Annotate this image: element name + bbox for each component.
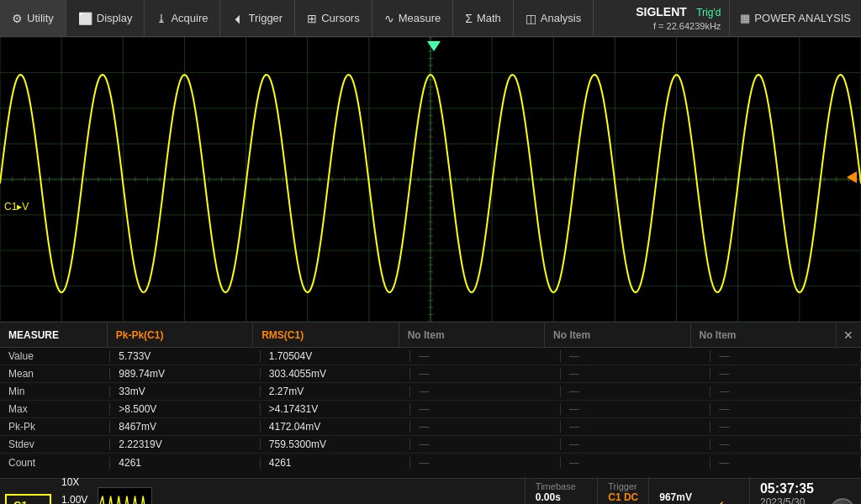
measure-header: MEASURE Pk-Pk(C1) RMS(C1) No Item No Ite… <box>0 323 861 348</box>
row-val1: 33mV <box>110 386 261 397</box>
measure-col5-header[interactable]: No Item <box>691 323 837 347</box>
row-label: Value <box>0 350 110 362</box>
menu-acquire[interactable]: ⤓ Acquire <box>145 0 220 36</box>
acquire-icon: ⤓ <box>156 12 166 25</box>
measure-row: Max >8.500V >4.17431V — — — <box>0 401 861 418</box>
row-label: Mean <box>0 368 110 380</box>
clock-section: 05:37:35 2023/5/30 <box>749 477 824 504</box>
row-val3: — <box>410 350 561 362</box>
row-val2: >4.17431V <box>261 403 411 415</box>
ch1-indicator: C1 AC1M <box>5 494 51 505</box>
trigger-marker <box>427 41 441 51</box>
row-val1: 2.22319V <box>110 438 261 450</box>
menu-math[interactable]: Σ Math <box>453 0 514 36</box>
menu-utility[interactable]: ⚙ Utility <box>0 0 66 36</box>
menu-analysis[interactable]: ◫ Analysis <box>514 0 594 36</box>
measure-row: Count 4261 4261 — — — <box>0 454 861 471</box>
power-analysis-button[interactable]: ▦ POWER ANALYSIS <box>729 0 861 36</box>
analysis-icon: ◫ <box>526 12 536 25</box>
measure-row: Stdev 2.22319V 759.5300mV — — — <box>0 436 861 454</box>
brand-logo: SIGLENT <box>636 5 687 18</box>
row-val4: — <box>561 386 711 397</box>
row-val4: — <box>561 368 711 380</box>
row-val2: 4261 <box>261 457 411 469</box>
row-val2: 4172.04mV <box>261 421 411 433</box>
math-icon: Σ <box>465 12 473 25</box>
row-val4: — <box>561 403 711 415</box>
row-val5: — <box>710 457 861 469</box>
measure-panel: MEASURE Pk-Pk(C1) RMS(C1) No Item No Ite… <box>0 323 861 478</box>
row-val2: 1.70504V <box>261 350 411 362</box>
measure-row: Mean 989.74mV 303.4055mV — — — <box>0 365 861 383</box>
row-val4: — <box>561 421 711 433</box>
measure-icon: ∿ <box>384 12 394 25</box>
row-val3: — <box>410 368 561 380</box>
row-val1: >8.500V <box>110 403 261 415</box>
measure-row: Value 5.733V 1.70504V — — — <box>0 348 861 365</box>
status-bar: C1 AC1M 10X 1.00V FULL 0.00V Timebase 0.… <box>0 478 861 504</box>
row-val5: — <box>710 421 861 433</box>
row-val5: — <box>710 438 861 450</box>
row-val5: — <box>710 403 861 415</box>
row-val4: — <box>561 350 711 362</box>
row-label: Min <box>0 386 110 397</box>
timebase-block: Timebase 0.00s 10.0ms/div 2.00Mpts 20.0M… <box>525 477 597 504</box>
measure-label: MEASURE <box>0 323 108 347</box>
row-val3: — <box>410 403 561 415</box>
row-val1: 989.74mV <box>110 368 261 380</box>
menu-bar: ⚙ Utility ⬜ Display ⤓ Acquire ⏴ Trigger … <box>0 0 861 37</box>
row-label: Max <box>0 403 110 415</box>
row-val3: — <box>410 386 561 397</box>
menu-measure[interactable]: ∿ Measure <box>372 0 454 36</box>
cursors-icon: ⊞ <box>307 12 317 25</box>
power-icon: ▦ <box>740 12 750 24</box>
row-label: Pk-Pk <box>0 421 110 433</box>
row-val2: 2.27mV <box>261 386 411 397</box>
row-val3: — <box>410 438 561 450</box>
scope-knob[interactable] <box>831 498 854 504</box>
mini-waveform-svg <box>98 488 151 505</box>
row-val5: — <box>710 368 861 380</box>
trig-status: Trig'd <box>696 7 721 18</box>
measure-close-button[interactable]: ✕ <box>838 324 859 345</box>
trigger-level-marker <box>847 171 857 183</box>
row-val4: — <box>561 457 711 469</box>
trigger-block: Trigger C1 DC Auto Edge <box>597 477 648 504</box>
ch1-scope-label: C1▸V <box>4 201 29 213</box>
row-val4: — <box>561 438 711 450</box>
measure-row: Min 33mV 2.27mV — — — <box>0 383 861 401</box>
row-val1: 8467mV <box>110 421 261 433</box>
usb-icon: ⚡🖥 <box>702 477 749 504</box>
trigger-icon: ⏴ <box>232 12 244 25</box>
row-val2: 303.4055mV <box>261 368 411 380</box>
row-val5: — <box>710 386 861 397</box>
measure-col1-header[interactable]: Pk-Pk(C1) <box>108 323 253 347</box>
row-val2: 759.5300mV <box>261 438 411 450</box>
ch1-mini-waveform <box>98 487 152 505</box>
measure-rows: Value 5.733V 1.70504V — — — Mean 989.74m… <box>0 348 861 478</box>
row-val3: — <box>410 421 561 433</box>
row-val1: 5.733V <box>110 350 261 362</box>
scope-display: C1▸V <box>0 37 861 323</box>
utility-icon: ⚙ <box>12 12 23 25</box>
display-icon: ⬜ <box>78 12 92 25</box>
row-val5: — <box>710 350 861 362</box>
freq-display: f = 22.64239kHz <box>653 20 721 32</box>
waveform-svg <box>0 37 861 322</box>
measure-col2-header[interactable]: RMS(C1) <box>253 323 399 347</box>
measure-row: Pk-Pk 8467mV 4172.04mV — — — <box>0 418 861 436</box>
trigger-level-block: 967mV Rising <box>648 477 702 504</box>
measure-col4-header[interactable]: No Item <box>545 323 690 347</box>
menu-trigger[interactable]: ⏴ Trigger <box>220 0 295 36</box>
measure-col3-header[interactable]: No Item <box>399 323 545 347</box>
row-label: Count <box>0 457 110 469</box>
row-val1: 4261 <box>110 457 261 469</box>
menu-cursors[interactable]: ⊞ Cursors <box>295 0 372 36</box>
row-label: Stdev <box>0 438 110 450</box>
brand-section: SIGLENT Trig'd f = 22.64239kHz <box>627 4 729 32</box>
menu-display[interactable]: ⬜ Display <box>66 0 145 36</box>
ch1-params: 10X 1.00V FULL 0.00V <box>61 474 87 504</box>
timebase-section: Timebase 0.00s 10.0ms/div 2.00Mpts 20.0M… <box>525 477 861 504</box>
row-val3: — <box>410 457 561 469</box>
